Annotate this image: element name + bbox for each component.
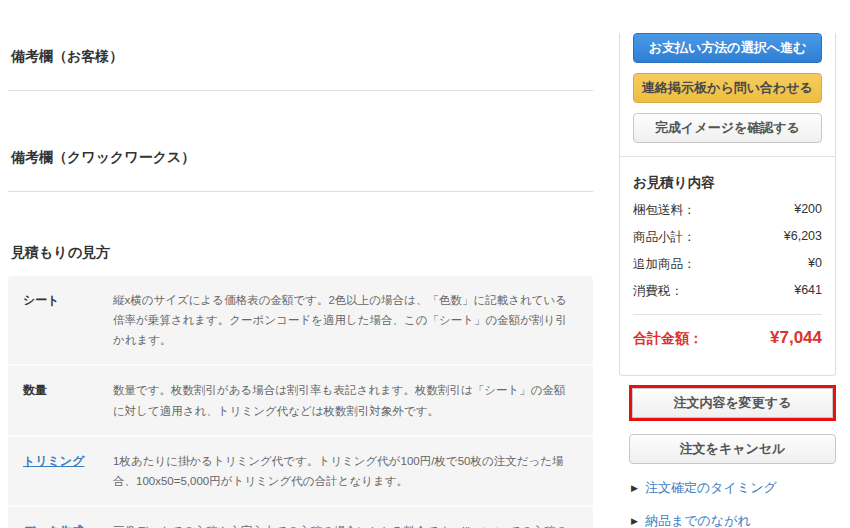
order-actions: 注文内容を変更する 注文をキャンセル ▶ 注文確定のタイミング ▶ 納品までのな… [629, 385, 836, 528]
estimate-value: ¥0 [808, 256, 822, 273]
table-row: シート 縦x横のサイズによる価格表の金額です。2色以上の場合は、「色数」に記載さ… [8, 276, 593, 364]
estimate-heading: お見積り内容 [633, 174, 822, 192]
table-row: 数量 数量です。枚数割引がある場合は割引率も表記されます。枚数割引は「シート」の… [8, 364, 593, 434]
glossary-desc: 縦x横のサイズによる価格表の金額です。2色以上の場合は、「色数」に記載されている… [113, 290, 569, 350]
total-label: 合計金額： [633, 330, 703, 348]
estimate-label: 梱包送料： [633, 202, 696, 219]
glossary-term-quantity: 数量 [23, 380, 113, 420]
divider [8, 90, 593, 91]
divider [620, 156, 835, 157]
link-label: 注文確定のタイミング [645, 479, 777, 497]
main-content: 備考欄（お客様） 備考欄（クワックワークス） 見積もりの見方 シート 縦x横のサ… [8, 0, 593, 528]
glossary-desc: 数量です。枚数割引がある場合は割引率も表記されます。枚数割引は「シート」の金額に… [113, 380, 569, 420]
glossary-table: シート 縦x横のサイズによる価格表の金額です。2色以上の場合は、「色数」に記載さ… [8, 276, 593, 528]
table-row: トリミング 1枚あたりに掛かるトリミング代です。トリミング代が100円/枚で50… [8, 435, 593, 505]
estimate-row-subtotal: 商品小計： ¥6,203 [633, 229, 822, 246]
estimate-value: ¥200 [794, 202, 822, 219]
glossary-term-sheet: シート [23, 290, 113, 350]
estimate-label: 消費税： [633, 283, 683, 300]
estimate-row-additional: 追加商品： ¥0 [633, 256, 822, 273]
proceed-payment-button[interactable]: お支払い方法の選択へ進む [633, 33, 822, 63]
estimate-row-tax: 消費税： ¥641 [633, 283, 822, 300]
total-value: ¥7,044 [770, 328, 822, 348]
estimate-total-row: 合計金額： ¥7,044 [633, 328, 822, 348]
check-image-button[interactable]: 完成イメージを確認する [633, 113, 822, 143]
estimate-label: 追加商品： [633, 256, 696, 273]
notes-company-heading: 備考欄（クワックワークス） [8, 149, 593, 167]
triangle-right-icon: ▶ [631, 516, 638, 526]
link-label: 納品までのながれ [645, 512, 751, 528]
table-row: データ作成 画像データでの入稿や文字入力での入稿の場合にかかる料金です。Illu… [8, 505, 593, 528]
glossary-desc: 1枚あたりに掛かるトリミング代です。トリミング代が100円/枚で50枚の注文だっ… [113, 451, 569, 491]
notes-customer-heading: 備考欄（お客様） [8, 48, 593, 66]
highlight-annotation: 注文内容を変更する [629, 385, 836, 421]
divider [8, 191, 593, 192]
estimate-value: ¥6,203 [784, 229, 822, 246]
estimate-label: 商品小計： [633, 229, 696, 246]
contact-board-button[interactable]: 連絡掲示板から問い合わせる [633, 73, 822, 103]
glossary-term-data-creation-link[interactable]: データ作成 [23, 521, 113, 528]
glossary-desc: 画像データでの入稿や文字入力での入稿の場合にかかる料金です。Illustrato… [113, 521, 569, 528]
cancel-order-button[interactable]: 注文をキャンセル [629, 434, 836, 464]
delivery-flow-link[interactable]: ▶ 納品までのながれ [629, 512, 836, 528]
estimate-row-shipping: 梱包送料： ¥200 [633, 202, 822, 219]
order-summary-card: お支払い方法の選択へ進む 連絡掲示板から問い合わせる 完成イメージを確認する お… [619, 33, 836, 376]
divider [633, 314, 822, 315]
estimate-value: ¥641 [794, 283, 822, 300]
order-sidebar: お支払い方法の選択へ進む 連絡掲示板から問い合わせる 完成イメージを確認する お… [619, 0, 836, 528]
order-confirm-timing-link[interactable]: ▶ 注文確定のタイミング [629, 479, 836, 497]
glossary-heading: 見積もりの見方 [8, 244, 593, 262]
glossary-term-trimming-link[interactable]: トリミング [23, 451, 113, 491]
triangle-right-icon: ▶ [631, 483, 638, 493]
change-order-button[interactable]: 注文内容を変更する [632, 388, 833, 418]
